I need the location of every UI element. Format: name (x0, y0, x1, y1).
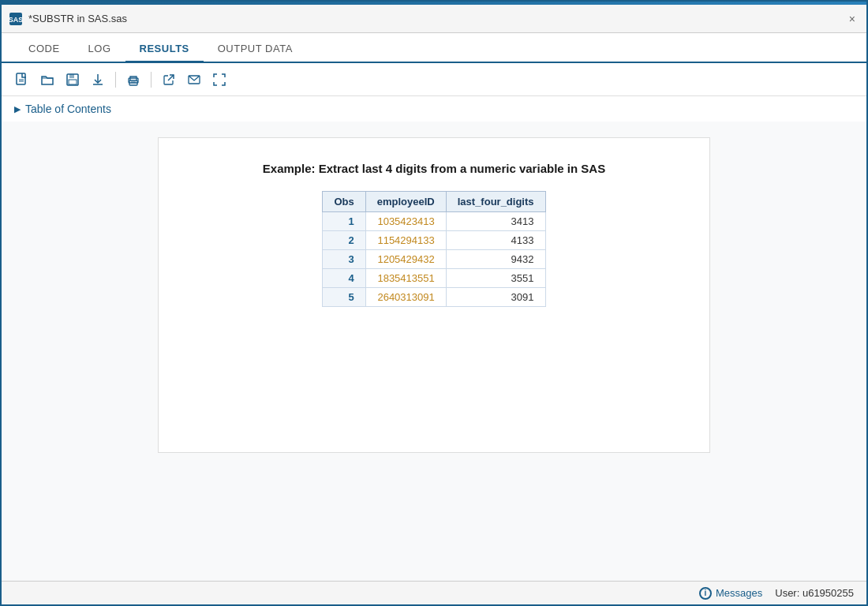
cell-employeeid: 1835413551 (365, 269, 446, 288)
svg-line-13 (168, 75, 174, 80)
cell-lastfour: 9432 (446, 250, 545, 269)
cell-obs: 1 (323, 212, 365, 231)
table-row: 526403130913091 (323, 288, 545, 307)
content-area: Example: Extract last 4 digits from a nu… (2, 122, 866, 581)
results-table: Obs employeeID last_four_digits 11035423… (322, 191, 545, 307)
tab-bar: CODE LOG RESULTS OUTPUT DATA (2, 33, 866, 63)
tab-output-data[interactable]: OUTPUT DATA (204, 36, 307, 63)
toolbar-separator-1 (115, 72, 116, 88)
status-bar: i Messages User: u61950255 (2, 581, 866, 604)
content-heading: Example: Extract last 4 digits from a nu… (263, 162, 605, 175)
cell-obs: 4 (323, 269, 365, 288)
tab-log[interactable]: LOG (74, 36, 125, 63)
cell-employeeid: 1205429432 (365, 250, 446, 269)
cell-obs: 3 (323, 250, 365, 269)
close-button[interactable]: × (844, 11, 860, 27)
table-row: 312054294329432 (323, 250, 545, 269)
open-file-button[interactable] (36, 69, 58, 91)
toc-row[interactable]: ▶ Table of Contents (2, 96, 866, 122)
tab-code[interactable]: CODE (14, 36, 74, 63)
cell-lastfour: 3413 (446, 212, 545, 231)
cell-obs: 5 (323, 288, 365, 307)
content-inner: Example: Extract last 4 digits from a nu… (158, 137, 710, 453)
messages-label: Messages (716, 587, 762, 599)
col-header-employeeid: employeeID (365, 192, 446, 212)
expand-button[interactable] (208, 69, 230, 91)
toc-label: Table of Contents (25, 103, 111, 115)
toc-arrow-icon: ▶ (14, 104, 21, 114)
svg-rect-7 (69, 80, 77, 84)
cell-obs: 2 (323, 231, 365, 250)
user-label: User: u61950255 (775, 587, 854, 599)
svg-rect-6 (69, 74, 74, 78)
col-header-lastfour: last_four_digits (446, 192, 545, 212)
tab-results[interactable]: RESULTS (125, 36, 204, 63)
toolbar (2, 63, 866, 96)
toolbar-separator-2 (151, 72, 152, 88)
info-icon: i (699, 587, 712, 600)
cell-employeeid: 1035423413 (365, 212, 446, 231)
svg-rect-2 (17, 73, 25, 84)
table-row: 211542941334133 (323, 231, 545, 250)
window-title: *SUBSTR in SAS.sas (28, 13, 844, 24)
download-button[interactable] (87, 69, 109, 91)
table-row: 418354135513551 (323, 269, 545, 288)
messages-button[interactable]: i Messages (699, 587, 762, 600)
cell-employeeid: 2640313091 (365, 288, 446, 307)
external-link-button[interactable] (158, 69, 180, 91)
cell-lastfour: 3091 (446, 288, 545, 307)
save-file-button[interactable] (62, 69, 84, 91)
app-icon: SAS (8, 11, 24, 27)
cell-lastfour: 4133 (446, 231, 545, 250)
email-button[interactable] (183, 69, 205, 91)
cell-lastfour: 3551 (446, 269, 545, 288)
svg-text:SAS: SAS (9, 16, 23, 24)
title-bar: SAS *SUBSTR in SAS.sas × (2, 5, 866, 33)
col-header-obs: Obs (323, 192, 365, 212)
print-button[interactable] (122, 69, 144, 91)
cell-employeeid: 1154294133 (365, 231, 446, 250)
table-row: 110354234133413 (323, 212, 545, 231)
new-file-button[interactable] (11, 69, 33, 91)
